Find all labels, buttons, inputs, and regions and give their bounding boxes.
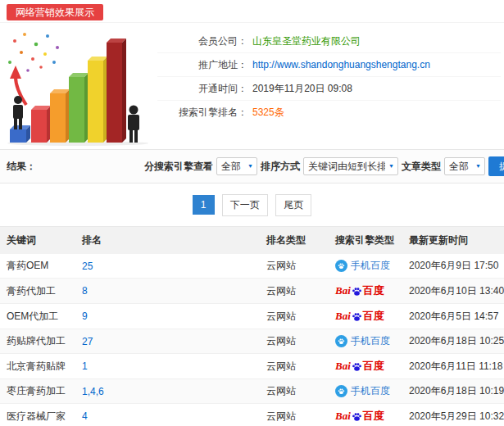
mobile-baidu-text: 手机百度 — [351, 334, 390, 348]
mobile-baidu-logo: 手机百度 — [335, 334, 390, 348]
keyword-text: OEM代加工 — [7, 310, 58, 322]
rank-link[interactable]: 4 — [82, 410, 88, 422]
last-page-button[interactable]: 尾页 — [275, 194, 311, 216]
article-type-select-wrap: 全部 — [444, 157, 485, 175]
baidu-logo-latin: Bai — [335, 410, 351, 423]
update-time-text: 2020年6月5日 14:57 — [409, 310, 498, 322]
page-button-current[interactable]: 1 — [193, 195, 215, 215]
update-time-text: 2020年6月10日 13:40 — [409, 285, 504, 297]
update-time-text: 2020年6月9日 17:50 — [409, 260, 498, 271]
baidu-paw-icon — [352, 311, 362, 322]
company-link[interactable]: 山东皇圣堂药业有限公司 — [252, 34, 361, 48]
keyword-text: 膏药代加工 — [7, 285, 56, 297]
filter-bar: 结果： 分搜索引擎查看 全部 排序方式 关键词由短到长排序 文章类型 全部 提交 — [0, 149, 504, 184]
table-row: 膏药代加工 8 云网站 Bai 百度 2020年6月10日 13:40 — [0, 279, 504, 304]
header-engine-type: 搜索引擎类型 — [329, 227, 402, 255]
update-time-text: 2020年6月18日 10:25 — [409, 335, 504, 347]
keyword-text: 北京膏药贴牌 — [7, 360, 66, 372]
header-update-time: 最新更新时间 — [402, 227, 504, 255]
baidu-logo-cjk: 百度 — [363, 409, 384, 424]
bar-chart-illustration-graphic — [0, 26, 157, 147]
baidu-logo-cjk: 百度 — [363, 283, 384, 298]
mobile-baidu-logo: 手机百度 — [335, 259, 390, 273]
marketing-report-page: 网络营销效果展示 — [0, 0, 504, 426]
results-tbody: 膏药OEM 25 云网站 手机百度 2020年6月9日 17:50 膏药代加工 … — [0, 254, 504, 426]
mobile-baidu-logo: 手机百度 — [335, 384, 390, 398]
table-row: 枣庄膏药加工 1,4,6 云网站 手机百度 2020年6月18日 10:19 — [0, 379, 504, 404]
site-label: 推广地址： — [157, 58, 247, 72]
mobile-baidu-paw-icon — [335, 385, 347, 397]
baidu-logo: Bai 百度 — [335, 409, 384, 424]
baidu-logo-cjk: 百度 — [363, 309, 384, 324]
rank-type-text: 云网站 — [266, 285, 296, 297]
baidu-logo-cjk: 百度 — [363, 359, 384, 374]
open-time-label: 开通时间： — [157, 82, 247, 96]
baidu-logo-latin: Bai — [335, 284, 351, 297]
engine-filter-label: 分搜索引擎查看 — [144, 160, 213, 174]
update-time-text: 2020年6月11日 11:18 — [409, 360, 502, 372]
update-time-text: 2020年6月18日 10:19 — [409, 385, 504, 397]
baidu-logo: Bai 百度 — [335, 309, 384, 324]
keyword-text: 枣庄膏药加工 — [7, 385, 66, 397]
mobile-baidu-paw-icon — [335, 260, 347, 272]
businessman-right-graphic — [128, 106, 139, 143]
header-rank-type: 排名类型 — [260, 227, 329, 255]
engine-filter-select[interactable]: 全部 — [216, 157, 257, 175]
mobile-baidu-paw-icon — [335, 335, 347, 347]
article-type-label: 文章类型 — [402, 160, 441, 174]
submit-button[interactable]: 提交 — [488, 156, 504, 176]
pagination: 1 下一页 尾页 — [0, 184, 504, 226]
engine-select-wrap: 全部 — [216, 157, 257, 175]
company-row: 会员公司： 山东皇圣堂药业有限公司 — [157, 29, 501, 53]
top-tab-bar: 网络营销效果展示 — [0, 0, 504, 23]
baidu-paw-icon — [352, 361, 362, 372]
rank-type-text: 云网站 — [266, 385, 296, 397]
baidu-logo: Bai 百度 — [335, 359, 384, 374]
mobile-baidu-text: 手机百度 — [351, 259, 390, 273]
keyword-text: 医疗器械厂家 — [7, 410, 66, 422]
rank-link[interactable]: 8 — [82, 285, 88, 297]
rank-link[interactable]: 1 — [82, 360, 88, 372]
rank-count-value: 5325条 — [252, 106, 284, 120]
table-row: 医疗器械厂家 4 云网站 Bai 百度 2020年5月29日 10:32 — [0, 404, 504, 426]
baidu-logo: Bai 百度 — [335, 283, 384, 298]
rank-link[interactable]: 9 — [82, 310, 88, 322]
rank-link[interactable]: 25 — [82, 261, 93, 272]
article-type-select[interactable]: 全部 — [444, 157, 485, 175]
company-label: 会员公司： — [157, 34, 247, 48]
rank-type-text: 云网站 — [266, 410, 296, 422]
mobile-baidu-text: 手机百度 — [351, 384, 390, 398]
sort-select[interactable]: 关键词由短到长排序 — [303, 157, 398, 175]
businessman-left-graphic — [13, 96, 23, 129]
next-page-button[interactable]: 下一页 — [222, 194, 268, 216]
marketing-illustration — [0, 26, 157, 147]
keyword-text: 膏药OEM — [7, 260, 48, 271]
table-row: OEM代加工 9 云网站 Bai 百度 2020年6月5日 14:57 — [0, 304, 504, 329]
header-rank: 排名 — [75, 227, 260, 255]
sort-label: 排序方式 — [261, 160, 300, 174]
keyword-text: 药贴牌代加工 — [7, 335, 66, 347]
rank-link[interactable]: 27 — [82, 336, 93, 347]
rank-type-text: 云网站 — [266, 335, 296, 347]
tab-marketing-effect[interactable]: 网络营销效果展示 — [7, 4, 103, 20]
open-time-value: 2019年11月20日 09:08 — [252, 82, 352, 96]
baidu-paw-icon — [352, 286, 362, 297]
rank-type-text: 云网站 — [266, 360, 296, 372]
baidu-logo-latin: Bai — [335, 360, 351, 373]
result-label: 结果： — [7, 160, 36, 174]
confetti-dots — [8, 33, 59, 72]
open-time-row: 开通时间： 2019年11月20日 09:08 — [157, 77, 501, 101]
site-link[interactable]: http://www.shandonghuangshengtang.cn — [252, 59, 430, 70]
rank-count-row: 搜索引擎排名： 5325条 — [157, 101, 501, 125]
results-table: 关键词 排名 排名类型 搜索引擎类型 最新更新时间 膏药OEM 25 云网站 手… — [0, 226, 504, 426]
table-row: 北京膏药贴牌 1 云网站 Bai 百度 2020年6月11日 11:18 — [0, 354, 504, 379]
member-info: 会员公司： 山东皇圣堂药业有限公司 推广地址： http://www.shand… — [157, 26, 504, 147]
table-row: 药贴牌代加工 27 云网站 手机百度 2020年6月18日 10:25 — [0, 329, 504, 354]
update-time-text: 2020年5月29日 10:32 — [409, 410, 504, 422]
baidu-paw-icon — [352, 411, 362, 422]
table-row: 膏药OEM 25 云网站 手机百度 2020年6月9日 17:50 — [0, 254, 504, 279]
sort-select-wrap: 关键词由短到长排序 — [303, 157, 398, 175]
rank-type-text: 云网站 — [266, 310, 296, 322]
table-header-row: 关键词 排名 排名类型 搜索引擎类型 最新更新时间 — [0, 227, 504, 255]
rank-link[interactable]: 1,4,6 — [82, 386, 104, 397]
